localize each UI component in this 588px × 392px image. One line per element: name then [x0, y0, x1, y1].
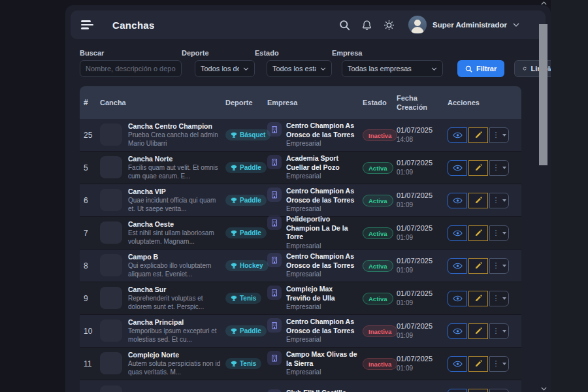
table-row[interactable]: Campo B Club Elit Il Castillo 01/07/2025: [80, 380, 521, 392]
edit-button[interactable]: [468, 160, 488, 176]
scrollbar-thumb[interactable]: [539, 24, 547, 165]
company-name: Academia Sport Cuellar del Pozo: [286, 154, 359, 172]
pencil-icon: [475, 327, 482, 335]
sport-name: Tenis: [240, 360, 256, 367]
table-row[interactable]: 11 Complejo Norte Autem soluta perspicia…: [80, 348, 521, 380]
row-number: 10: [80, 327, 98, 336]
table-row[interactable]: 10 Cancha Principal Temporibus ipsum exc…: [80, 315, 521, 348]
status-badge: Activa: [363, 260, 393, 272]
court-name: Complejo Norte: [128, 351, 221, 360]
sport-badge: Paddle: [225, 227, 267, 238]
company-type: Empresarial: [286, 204, 359, 214]
building-icon: [267, 122, 282, 137]
more-actions-button[interactable]: ⋮: [489, 127, 509, 143]
row-number: 5: [80, 163, 98, 172]
edit-button[interactable]: [468, 258, 488, 274]
col-header-cancha: Cancha: [98, 99, 223, 106]
view-button[interactable]: [448, 258, 467, 274]
table-header: # Cancha Deporte Empresa Estado Fecha Cr…: [80, 86, 521, 119]
table-row[interactable]: 25 Cancha Centro Champion Prueba Crea ca…: [80, 119, 521, 152]
col-header-deporte: Deporte: [223, 99, 265, 106]
court-name: Cancha Principal: [128, 318, 221, 327]
court-description: Reprehenderit voluptas et dolorem sunt e…: [128, 294, 221, 311]
more-actions-button[interactable]: ⋮: [489, 323, 509, 339]
more-actions-button[interactable]: ⋮: [489, 225, 509, 241]
search-icon[interactable]: [339, 20, 350, 31]
view-button[interactable]: [448, 225, 467, 241]
edit-button[interactable]: [468, 193, 488, 208]
court-thumbnail: [100, 319, 122, 342]
estado-field-group: Estado Todos los estados: [255, 49, 332, 77]
edit-button[interactable]: [468, 291, 488, 306]
more-actions-button[interactable]: ⋮: [489, 258, 509, 274]
more-actions-button[interactable]: ⋮: [489, 291, 509, 306]
view-button[interactable]: [448, 160, 467, 176]
court-name: Campo B: [128, 253, 221, 262]
empresa-select[interactable]: Todas las empresas: [342, 60, 443, 77]
trophy-icon: [231, 263, 237, 269]
refresh-icon: [523, 65, 527, 73]
sport-badge: Paddle: [225, 162, 267, 173]
table-row[interactable]: 6 Cancha VIP Quae incidunt officia qui q…: [80, 184, 521, 217]
estado-label: Estado: [255, 49, 332, 57]
view-button[interactable]: [448, 356, 467, 372]
more-actions-button[interactable]: ⋮: [489, 160, 509, 176]
caret-down-icon: [502, 199, 506, 202]
sport-badge: Hockey: [225, 260, 269, 271]
dots-vertical-icon: ⋮: [493, 131, 500, 139]
company-type: Empresarial: [286, 302, 359, 312]
table-body: 25 Cancha Centro Champion Prueba Crea ca…: [80, 119, 521, 392]
court-description: Autem soluta perspiciatis non id quas ve…: [128, 359, 221, 376]
status-badge: Inactiva: [363, 358, 397, 370]
scroll-up-arrow-icon[interactable]: [540, 1, 547, 5]
empresa-field-group: Empresa Todas las empresas: [332, 49, 443, 77]
page-title: Canchas: [112, 20, 155, 31]
building-icon: [267, 351, 282, 365]
view-button[interactable]: [448, 127, 467, 143]
edit-button[interactable]: [468, 127, 488, 143]
company-type: Empresarial: [286, 139, 359, 148]
trophy-icon: [231, 295, 237, 302]
eye-icon: [453, 197, 463, 204]
more-actions-button[interactable]: ⋮: [489, 193, 509, 208]
caret-down-icon: [502, 265, 506, 267]
eye-icon: [453, 295, 463, 302]
table-row[interactable]: 7 Cancha Oeste Est nihil sint ullam labo…: [80, 217, 521, 250]
company-name: Centro Champion As Orosco de las Torres: [286, 122, 359, 139]
chevron-down-icon: [243, 67, 249, 71]
user-menu[interactable]: Super Administrador: [408, 16, 519, 34]
edit-button[interactable]: [468, 356, 488, 372]
court-thumbnail: [100, 287, 122, 309]
view-button[interactable]: [448, 193, 467, 208]
edit-button[interactable]: [468, 389, 488, 392]
table-row[interactable]: 9 Cancha Sur Reprehenderit voluptas et d…: [80, 282, 521, 315]
edit-button[interactable]: [468, 225, 488, 241]
search-input[interactable]: [80, 60, 182, 77]
view-button[interactable]: [448, 291, 467, 306]
theme-toggle-sun-icon[interactable]: [384, 20, 395, 31]
notifications-bell-icon[interactable]: [361, 20, 372, 31]
edit-button[interactable]: [468, 323, 488, 339]
scroll-down-arrow-icon[interactable]: [540, 387, 547, 391]
court-name: Cancha Norte: [128, 155, 221, 164]
court-description: Temporibus ipsum excepturi et molestias …: [128, 327, 221, 344]
row-number: 6: [80, 196, 98, 205]
court-description: Est nihil sint ullam laboriosam voluptat…: [128, 229, 221, 246]
more-actions-button[interactable]: ⋮: [489, 389, 509, 392]
status-badge: Activa: [363, 195, 393, 206]
table-row[interactable]: 5 Cancha Norte Facilis quam aut velit. E…: [80, 152, 521, 184]
filter-button[interactable]: Filtrar: [457, 60, 504, 77]
menu-toggle-button[interactable]: [81, 18, 98, 31]
caret-down-icon: [502, 297, 506, 300]
court-description: Prueba Crea cancha del admin Mario Uliba…: [128, 131, 221, 148]
view-button[interactable]: [448, 323, 467, 339]
creation-date: 01/07/2025: [397, 158, 444, 168]
deporte-select[interactable]: Todos los deportes: [195, 60, 255, 77]
view-button[interactable]: [448, 389, 467, 392]
table-row[interactable]: 8 Campo B Qui explicabo illo voluptatem …: [80, 250, 521, 282]
estado-select[interactable]: Todos los estados: [267, 60, 332, 77]
pencil-icon: [475, 197, 482, 204]
col-header-fecha: Fecha Creación: [395, 93, 446, 112]
more-actions-button[interactable]: ⋮: [489, 356, 509, 372]
scrollbar[interactable]: [539, 0, 548, 392]
